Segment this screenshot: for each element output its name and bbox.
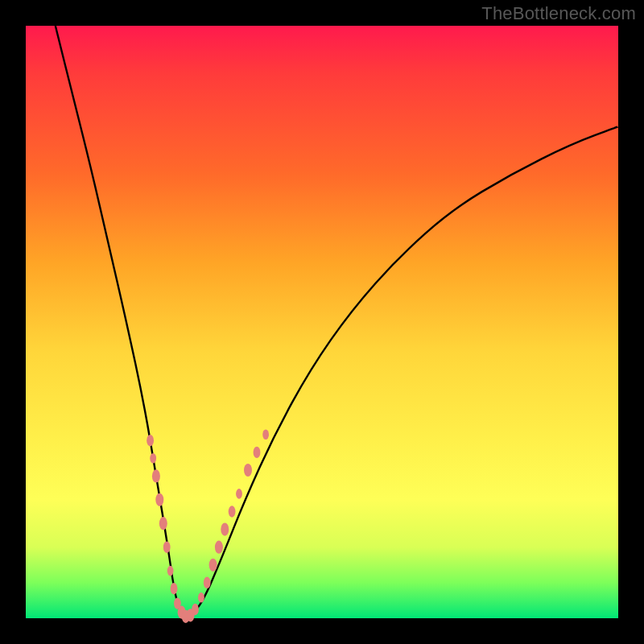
curve-marker (221, 523, 229, 536)
curve-marker (152, 469, 160, 482)
chart-frame: TheBottleneck.com (0, 0, 644, 644)
curve-marker (209, 559, 217, 572)
curve-marker (229, 506, 236, 517)
bottleneck-curve (56, 26, 618, 617)
curve-marker (215, 541, 223, 554)
curve-marker (147, 435, 154, 446)
curve-marker (150, 453, 156, 464)
curve-marker (244, 464, 252, 477)
curve-marker (254, 447, 261, 458)
curve-marker (167, 566, 174, 576)
curve-marker (155, 493, 163, 506)
curve-marker (171, 583, 178, 594)
curve-marker (159, 517, 167, 530)
curve-marker (204, 577, 211, 588)
curve-marker (163, 542, 171, 553)
chart-svg (26, 26, 618, 618)
watermark-text: TheBottleneck.com (481, 3, 636, 24)
curve-marker (262, 430, 269, 440)
curve-marker (236, 489, 242, 499)
curve-marker (198, 592, 204, 603)
marker-group (147, 430, 269, 623)
curve-marker (192, 604, 199, 615)
plot-area (26, 26, 618, 618)
